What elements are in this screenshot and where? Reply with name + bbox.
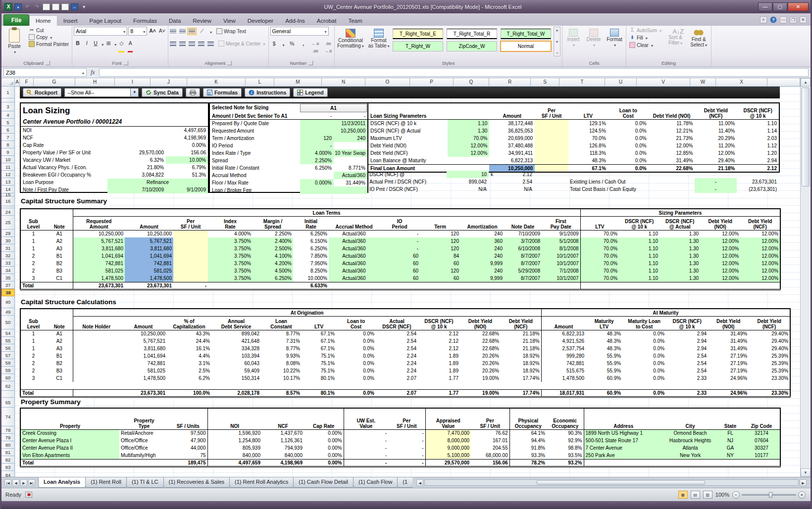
cell[interactable]: 10/1/2007 [542,260,580,267]
cell[interactable]: 0.0% [608,120,649,127]
delete-cells-button[interactable]: Delete [584,27,603,57]
cell[interactable]: 1.89 [418,367,460,374]
cell[interactable]: 94.4% [509,437,547,444]
cell[interactable]: 25.39% [749,367,790,374]
cell[interactable]: Actual/360 [329,260,379,267]
cell[interactable]: 1,478,500 [120,374,167,382]
style-chip-t_right_total_r[interactable]: T_Right_Total_R [447,29,497,39]
cell[interactable]: 11.40% [695,127,737,135]
cell[interactable]: 10,250,000 [125,230,173,237]
cell[interactable]: 0.0% [608,142,649,149]
sync-data-button[interactable]: Sync Data [142,88,183,97]
cell[interactable]: - [379,245,420,252]
cell[interactable]: 0.0% [336,330,376,337]
cell[interactable]: 23,673,301 [120,389,167,397]
cell[interactable]: 124.5% [568,127,608,135]
row-header-55[interactable]: 55 [1,337,15,344]
cell[interactable]: 80.1% [302,374,336,382]
sheet-tab--1-cash-flow-detail[interactable]: (1) Cash Flow Detail [293,477,354,488]
autosum-button[interactable]: ΣAutoSum [628,27,663,34]
cell[interactable]: 8.77% [261,345,302,352]
cell[interactable]: 6.250% [300,164,334,172]
increase-decimal-button[interactable]: ←.0.00 [311,40,320,48]
cell[interactable]: 1.30 [660,267,700,275]
cell[interactable] [300,127,334,135]
paste-button[interactable]: Paste [3,27,26,57]
cell[interactable]: 31.49% [708,330,749,337]
cell[interactable]: 240 [460,245,504,252]
cell[interactable]: 2.54 [376,330,418,337]
row-header-59[interactable]: 59 [1,367,15,374]
find-select-button[interactable]: Find & Select [688,27,710,57]
cell[interactable]: 8.08% [261,360,302,367]
cell[interactable]: 421,648 [211,337,261,345]
cell[interactable]: 7/10/2009 [504,230,542,237]
cell[interactable]: 67.1% [302,345,336,352]
row-header-56[interactable]: 56 [1,344,15,352]
cell[interactable]: Actual/360 [329,245,379,252]
cell[interactable]: 1.89 [418,352,460,360]
row-header-78[interactable]: 78 [1,426,15,434]
cell[interactable]: 8.771% [334,164,367,172]
ribbon-tab-acrobat[interactable]: Acrobat [311,16,343,26]
cell[interactable]: 70.0% [580,260,619,267]
cell[interactable] [660,282,700,289]
cell[interactable]: - [388,444,425,452]
cell[interactable]: 55.9% [586,367,622,374]
cell[interactable]: 12.00% [740,245,780,252]
align-center-icon[interactable] [179,42,186,46]
cell[interactable]: 75.1% [302,360,336,367]
cell[interactable]: 60 [420,275,460,282]
cell[interactable]: DSCR (NCF) @ 10 k [368,120,448,127]
cell[interactable]: 12.00% [695,149,737,157]
row-header-50[interactable]: 50 [1,316,15,329]
copy-button[interactable]: Copy [27,34,70,41]
cell[interactable]: 1 [20,237,46,245]
cell[interactable]: 68,000.00 [471,452,509,459]
cell[interactable]: 1,254,800 [207,437,262,444]
select-all-corner[interactable] [1,78,15,87]
scroll-right-icon[interactable]: ▶ [800,479,807,486]
column-header-J[interactable]: J [151,78,187,87]
cell[interactable]: 9,999 [460,275,504,282]
cell[interactable]: 31.49% [708,345,749,352]
cell[interactable]: - [388,452,425,459]
cell[interactable]: 2.33 [666,374,708,382]
cell[interactable]: 60.9% [586,389,622,397]
cell[interactable]: 44,000 [169,444,207,452]
row-header-35[interactable]: 35 [1,274,15,281]
horizontal-scroll-track[interactable] [424,479,799,486]
cell[interactable]: 2.500% [253,245,293,252]
cell[interactable]: Total [20,459,119,466]
cell[interactable]: 10 [447,171,489,178]
column-header-N[interactable]: N [322,78,365,87]
cell[interactable]: 20.26% [460,352,501,360]
cell[interactable]: Debt Yield (NCF) [368,149,448,157]
cell[interactable] [740,282,780,289]
cell[interactable]: 1,041,694 [73,252,125,260]
cell[interactable]: 18.92% [501,352,541,360]
cell[interactable]: 1.77 [418,389,460,397]
cell[interactable]: 4,198,969 [166,134,208,141]
fill-button[interactable]: ⬇Fill [628,34,663,41]
cell[interactable]: 2.24 [376,352,418,360]
row-header-57[interactable]: 57 [1,352,15,359]
cell[interactable]: 0.0% [608,157,649,164]
cell[interactable]: 742,881 [73,260,125,267]
cell[interactable]: - [388,437,425,444]
last-sheet-icon[interactable]: ▶| [28,479,35,486]
cell[interactable] [253,282,293,289]
cell[interactable]: 4,497,659 [207,459,262,466]
sheet-tab--1-ti-lc[interactable]: (1) TI & LC [126,477,164,488]
cell[interactable]: N/A [447,185,489,193]
font-size-select[interactable]: 8 [128,27,147,36]
cell[interactable]: 1.10 [619,245,660,252]
cell[interactable]: 10,250,000 [73,230,125,237]
cell[interactable]: 7.950% [293,260,329,267]
cell[interactable]: 2 [20,260,46,267]
cell[interactable]: 23,673,301 [737,178,779,185]
cell[interactable]: 3.1% [167,360,211,367]
workbook-close-icon[interactable]: ✕ [800,16,807,23]
column-header-R[interactable]: R [489,78,531,87]
cell[interactable]: Office/Office [119,444,169,452]
